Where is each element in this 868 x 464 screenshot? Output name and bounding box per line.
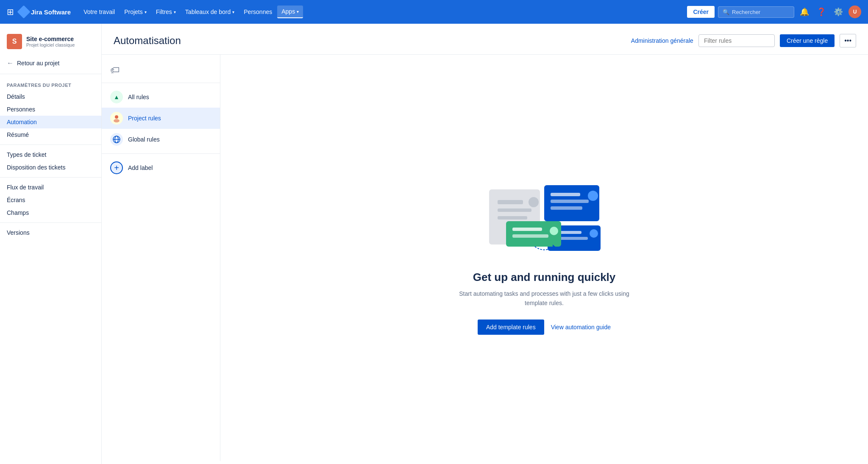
- project-name: Site e-commerce: [26, 36, 75, 42]
- notifications-button[interactable]: 🔔: [798, 5, 811, 19]
- empty-state-actions: Add template rules View automation guide: [455, 320, 633, 335]
- svg-rect-7: [498, 208, 531, 212]
- logo[interactable]: Jira Software: [19, 7, 71, 17]
- back-label: Retour au projet: [17, 60, 59, 67]
- sidebar-item-personnes[interactable]: Personnes: [0, 103, 101, 116]
- divider: [0, 74, 101, 74]
- avatar[interactable]: U: [849, 6, 861, 18]
- project-rules-item[interactable]: Project rules: [102, 108, 220, 129]
- svg-point-1: [114, 119, 120, 122]
- add-label-item[interactable]: + Add label: [102, 157, 220, 178]
- chevron-down-icon: ▾: [297, 9, 299, 14]
- search-bar[interactable]: 🔍 Rechercher: [718, 6, 794, 18]
- project-rules-icon: [110, 112, 123, 125]
- page-header: Automatisation Administration générale C…: [102, 24, 868, 55]
- content-area: Automatisation Administration générale C…: [102, 24, 868, 464]
- chevron-down-icon: ▾: [145, 10, 147, 14]
- admin-link[interactable]: Administration générale: [631, 37, 693, 44]
- empty-state: Get up and running quickly Start automat…: [455, 181, 633, 335]
- settings-button[interactable]: ⚙️: [832, 5, 845, 19]
- svg-rect-8: [498, 216, 527, 219]
- nav-projets[interactable]: Projets ▾: [120, 6, 151, 18]
- sidebar-item-ecrans[interactable]: Écrans: [0, 194, 101, 206]
- nav-tableaux[interactable]: Tableaux de bord ▾: [181, 6, 239, 18]
- svg-rect-12: [551, 200, 589, 203]
- more-options-button[interactable]: •••: [840, 34, 856, 47]
- global-rules-label: Global rules: [128, 136, 160, 143]
- logo-text: Jira Software: [31, 8, 71, 16]
- grid-icon[interactable]: ⊞: [7, 7, 14, 17]
- divider: [102, 153, 220, 154]
- sidebar: S Site e-commerce Projet logiciel classi…: [0, 24, 102, 464]
- global-rules-icon: [110, 133, 123, 146]
- nav-filtres[interactable]: Filtres ▾: [152, 6, 180, 18]
- global-rules-item[interactable]: Global rules: [102, 129, 220, 150]
- divider: [0, 144, 101, 145]
- main-content: Get up and running quickly Start automat…: [220, 55, 868, 461]
- add-label-icon: +: [110, 161, 123, 174]
- svg-point-18: [590, 229, 598, 238]
- page-title: Automatisation: [114, 35, 181, 47]
- section-label-params: Paramètres du projet: [0, 78, 101, 90]
- svg-rect-21: [512, 234, 548, 238]
- all-rules-item[interactable]: ▲ All rules: [102, 86, 220, 108]
- svg-rect-10: [544, 185, 599, 221]
- sidebar-item-disposition[interactable]: Disposition des tickets: [0, 161, 101, 174]
- sidebar-item-champs[interactable]: Champs: [0, 206, 101, 219]
- svg-rect-6: [498, 200, 523, 204]
- divider: [0, 177, 101, 178]
- svg-point-0: [115, 115, 118, 119]
- svg-rect-20: [512, 228, 542, 231]
- svg-point-22: [550, 227, 558, 235]
- top-navigation: ⊞ Jira Software Votre travail Projets ▾ …: [0, 0, 868, 24]
- topnav-right: 🔍 Rechercher 🔔 ❓ ⚙️ U: [718, 5, 861, 19]
- sidebar-item-automation[interactable]: Automation: [0, 116, 101, 128]
- sidebar-item-types-ticket[interactable]: Types de ticket: [0, 148, 101, 161]
- sidebar-item-versions[interactable]: Versions: [0, 226, 101, 239]
- view-automation-guide-link[interactable]: View automation guide: [551, 324, 611, 331]
- svg-point-9: [529, 197, 539, 207]
- empty-state-description: Start automating tasks and processes wit…: [455, 289, 633, 308]
- chevron-down-icon: ▾: [232, 10, 234, 14]
- label-icon[interactable]: 🏷: [102, 61, 220, 79]
- create-button[interactable]: Créer: [687, 6, 715, 18]
- all-rules-icon: ▲: [110, 91, 123, 103]
- sidebar-item-flux[interactable]: Flux de travail: [0, 181, 101, 194]
- back-to-project[interactable]: ← Retour au projet: [0, 56, 101, 70]
- nav-personnes[interactable]: Personnes: [239, 6, 276, 18]
- add-label-label: Add label: [128, 164, 153, 171]
- search-icon: 🔍: [723, 9, 729, 15]
- chevron-down-icon: ▾: [174, 10, 176, 14]
- nav-apps[interactable]: Apps ▾: [277, 6, 303, 18]
- svg-rect-11: [551, 193, 580, 196]
- nav-votre-travail[interactable]: Votre travail: [79, 6, 119, 18]
- automation-illustration: [485, 181, 604, 257]
- create-rule-button[interactable]: Créer une règle: [780, 34, 835, 47]
- help-button[interactable]: ❓: [815, 5, 828, 19]
- back-arrow-icon: ←: [7, 59, 14, 67]
- sidebar-item-resume[interactable]: Résumé: [0, 128, 101, 141]
- filter-rules-input[interactable]: [698, 34, 775, 47]
- all-rules-label: All rules: [128, 94, 149, 100]
- rules-panel: 🏷 ▲ All rules Project rules: [102, 55, 220, 461]
- nav-items: Votre travail Projets ▾ Filtres ▾ Tablea…: [79, 6, 682, 18]
- main-layout: S Site e-commerce Projet logiciel classi…: [0, 24, 868, 464]
- project-type: Projet logiciel classique: [26, 42, 75, 47]
- svg-rect-13: [551, 206, 582, 210]
- divider: [102, 83, 220, 83]
- automation-body: 🏷 ▲ All rules Project rules: [102, 55, 868, 461]
- divider: [0, 222, 101, 223]
- svg-point-14: [588, 191, 598, 201]
- project-header: S Site e-commerce Projet logiciel classi…: [0, 29, 101, 56]
- tag-icon: 🏷: [110, 65, 120, 75]
- add-template-rules-button[interactable]: Add template rules: [478, 320, 544, 335]
- project-rules-label: Project rules: [128, 115, 161, 122]
- project-icon: S: [7, 34, 22, 49]
- header-actions: Administration générale Créer une règle …: [631, 34, 856, 47]
- sidebar-item-details[interactable]: Détails: [0, 90, 101, 103]
- empty-state-title: Get up and running quickly: [455, 271, 633, 284]
- search-placeholder: Rechercher: [732, 9, 760, 15]
